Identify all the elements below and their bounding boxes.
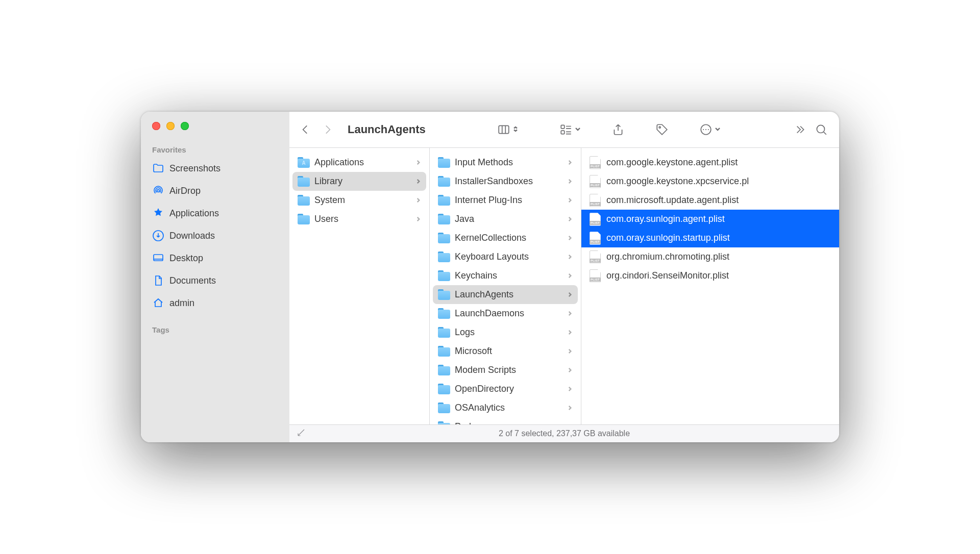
chevron-right-icon xyxy=(567,346,573,357)
file-name: org.cindori.SenseiMonitor.plist xyxy=(606,270,831,281)
folder-icon xyxy=(438,234,450,243)
folder-row[interactable]: System xyxy=(292,191,426,210)
folder-name: Microsoft xyxy=(455,346,562,357)
chevron-down-icon xyxy=(575,125,581,134)
group-button[interactable] xyxy=(559,123,581,136)
sidebar-item-downloads[interactable]: Downloads xyxy=(141,224,289,247)
folder-icon xyxy=(438,159,450,168)
folder-icon xyxy=(438,347,450,357)
folder-row[interactable]: Microsoft xyxy=(433,342,578,361)
sidebar-item-label: Desktop xyxy=(169,253,203,264)
folder-row[interactable]: Logs xyxy=(433,323,578,342)
folder-row[interactable]: Java xyxy=(433,210,578,229)
chevron-right-icon xyxy=(567,289,573,300)
folder-row[interactable]: OSAnalytics xyxy=(433,398,578,417)
folder-row[interactable]: LaunchDaemons xyxy=(433,304,578,323)
column-1[interactable]: AApplicationsLibrarySystemUsers xyxy=(289,148,430,424)
folder-icon: A xyxy=(298,159,310,168)
folder-name: LaunchAgents xyxy=(455,289,562,300)
folder-name: InstallerSandboxes xyxy=(455,176,562,187)
folder-row[interactable]: Keychains xyxy=(433,266,578,285)
folder-name: Keychains xyxy=(455,270,562,281)
back-button[interactable] xyxy=(299,123,312,136)
folder-name: Modem Scripts xyxy=(455,365,562,375)
up-down-chevron-icon xyxy=(512,125,519,134)
chevron-right-icon xyxy=(567,233,573,243)
home-icon xyxy=(152,297,164,309)
sidebar-item-home[interactable]: admin xyxy=(141,292,289,314)
chevron-right-icon xyxy=(567,365,573,375)
folder-row[interactable]: AApplications xyxy=(292,153,426,172)
folder-name: Internet Plug-Ins xyxy=(455,195,562,206)
file-row[interactable]: com.oray.sunlogin.startup.plist xyxy=(581,229,839,247)
path-button[interactable] xyxy=(297,428,306,439)
folder-row[interactable]: KernelCollections xyxy=(433,229,578,247)
plist-file-icon xyxy=(590,250,601,264)
close-window-button[interactable] xyxy=(152,122,160,130)
main-area: LaunchAgents xyxy=(289,112,839,442)
folder-icon xyxy=(152,162,164,174)
column-2[interactable]: Input MethodsInstallerSandboxesInternet … xyxy=(430,148,581,424)
sidebar-item-documents[interactable]: Documents xyxy=(141,269,289,292)
folder-icon xyxy=(438,404,450,413)
folder-row[interactable]: Internet Plug-Ins xyxy=(433,191,578,210)
svg-point-9 xyxy=(705,129,706,130)
view-columns-button[interactable] xyxy=(497,123,519,136)
folder-name: Java xyxy=(455,214,562,224)
sidebar-item-screenshots[interactable]: Screenshots xyxy=(141,157,289,180)
file-row[interactable]: org.chromium.chromoting.plist xyxy=(584,247,836,266)
file-name: org.chromium.chromoting.plist xyxy=(606,251,831,262)
folder-row[interactable]: Keyboard Layouts xyxy=(433,247,578,266)
file-row[interactable]: com.google.keystone.agent.plist xyxy=(584,153,836,172)
plist-file-icon xyxy=(590,269,601,283)
chevron-right-icon xyxy=(567,384,573,394)
search-button[interactable] xyxy=(815,123,828,136)
desktop-icon xyxy=(152,252,164,264)
folder-row[interactable]: Input Methods xyxy=(433,153,578,172)
folder-icon xyxy=(438,178,450,187)
zoom-window-button[interactable] xyxy=(181,122,189,130)
svg-point-8 xyxy=(703,129,704,130)
toolbar-overflow-button[interactable] xyxy=(793,123,806,136)
file-row[interactable]: org.cindori.SenseiMonitor.plist xyxy=(584,266,836,285)
folder-row[interactable]: OpenDirectory xyxy=(433,380,578,398)
folder-name: Input Methods xyxy=(455,157,562,168)
forward-button[interactable] xyxy=(321,123,334,136)
toolbar: LaunchAgents xyxy=(289,112,839,148)
minimize-window-button[interactable] xyxy=(166,122,175,130)
svg-rect-3 xyxy=(499,125,509,133)
plist-file-icon xyxy=(590,232,601,245)
folder-name: OSAnalytics xyxy=(455,402,562,413)
folder-row[interactable]: Users xyxy=(292,210,426,229)
file-row[interactable]: com.google.keystone.xpcservice.pl xyxy=(584,172,836,191)
chevron-right-icon xyxy=(415,157,421,168)
folder-icon xyxy=(438,272,450,281)
tags-button[interactable] xyxy=(655,123,669,136)
sidebar-item-airdrop[interactable]: AirDrop xyxy=(141,180,289,202)
chevron-right-icon xyxy=(567,402,573,413)
svg-point-11 xyxy=(817,125,824,133)
more-actions-button[interactable] xyxy=(699,123,721,136)
file-name: com.google.keystone.xpcservice.pl xyxy=(606,176,831,187)
plist-file-icon xyxy=(590,194,601,207)
sidebar-item-label: Downloads xyxy=(169,231,215,241)
svg-rect-5 xyxy=(561,131,565,134)
share-button[interactable] xyxy=(611,123,625,136)
folder-row[interactable]: Perl xyxy=(433,417,578,424)
sidebar-item-desktop[interactable]: Desktop xyxy=(141,247,289,269)
sidebar-item-applications[interactable]: Applications xyxy=(141,202,289,224)
folder-row[interactable]: LaunchAgents xyxy=(433,285,578,304)
folder-icon xyxy=(298,196,310,206)
window-title: LaunchAgents xyxy=(348,123,426,136)
file-row[interactable]: com.microsoft.update.agent.plist xyxy=(584,191,836,210)
file-row[interactable]: com.oray.sunlogin.agent.plist xyxy=(581,210,839,229)
column-3[interactable]: com.google.keystone.agent.plistcom.googl… xyxy=(581,148,839,424)
folder-row[interactable]: Modem Scripts xyxy=(433,361,578,380)
sidebar-item-label: Documents xyxy=(169,275,216,286)
sidebar-item-label: admin xyxy=(169,298,194,309)
window-controls xyxy=(141,122,289,130)
folder-row[interactable]: Library xyxy=(292,172,426,191)
folder-row[interactable]: InstallerSandboxes xyxy=(433,172,578,191)
file-name: com.google.keystone.agent.plist xyxy=(606,157,831,168)
folder-name: LaunchDaemons xyxy=(455,308,562,319)
